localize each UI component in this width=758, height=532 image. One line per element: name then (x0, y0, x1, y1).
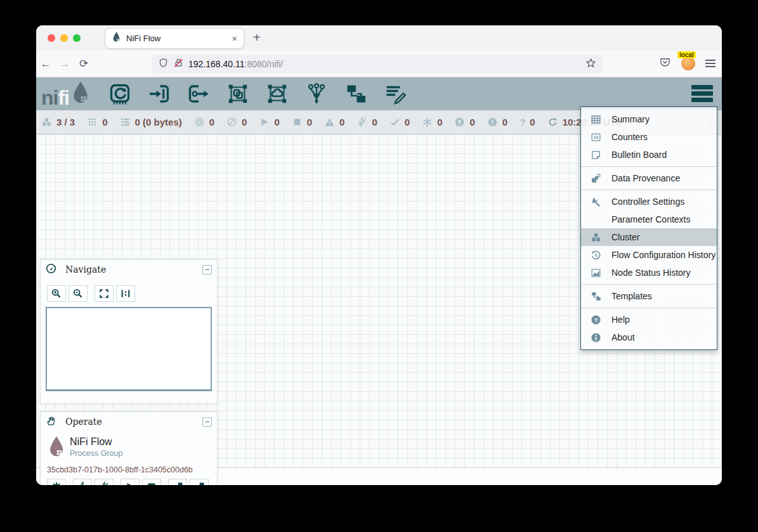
menu-item-bulletin-board[interactable]: Bulletin Board (581, 146, 717, 164)
collapse-operate-button[interactable]: − (202, 417, 212, 427)
wrench-icon (589, 197, 602, 207)
drag-funnel-icon[interactable] (305, 82, 328, 105)
drag-template-icon[interactable] (344, 82, 367, 105)
menu-separator (581, 190, 717, 190)
upload-template-button[interactable] (190, 479, 209, 485)
tab-title: NiFi Flow (126, 34, 232, 43)
minimize-window-button[interactable] (60, 34, 68, 42)
back-icon[interactable]: ← (36, 58, 55, 70)
menu-item-summary[interactable]: Summary (581, 110, 717, 128)
menu-item-node-status-history[interactable]: Node Status History (581, 264, 717, 282)
navigate-palette: Navigate − (40, 259, 218, 404)
nifi-global-menu-button[interactable] (691, 85, 713, 102)
nifi-drop-icon (70, 81, 91, 108)
status-stopped: 0 (292, 117, 312, 127)
counters-icon: 23 (589, 132, 602, 143)
browser-menu-icon[interactable] (705, 60, 716, 67)
birdseye-minimap[interactable] (46, 307, 212, 391)
menu-separator (581, 308, 717, 308)
menu-item-data-provenance[interactable]: Data Provenance (581, 169, 717, 187)
profile-avatar[interactable]: local (681, 56, 695, 70)
start-button[interactable] (121, 479, 140, 485)
profile-label-badge: local (677, 51, 696, 58)
nifi-logo: nifi (41, 81, 91, 108)
svg-text:23: 23 (593, 135, 598, 139)
tab-close-icon[interactable]: × (232, 34, 237, 44)
process-group-id: 35cbd3b7-017b-1000-8bff-1c3405c00d6b (47, 465, 211, 474)
bulletin-board-icon (589, 150, 602, 160)
url-bar[interactable]: 192.168.40.11:8080/nifi/ (152, 55, 603, 74)
operate-palette: Operate − NiFi Flow Process Group 35cbd3… (40, 412, 218, 485)
template-icon (589, 291, 602, 302)
zoom-actual-size-button[interactable] (116, 285, 135, 302)
menu-item-about[interactable]: About (581, 328, 717, 346)
status-active-threads: 0 (87, 117, 107, 127)
nifi-favicon-icon (112, 32, 121, 45)
new-tab-button[interactable]: + (253, 30, 261, 45)
zoom-out-button[interactable] (69, 285, 88, 302)
menu-separator (581, 166, 717, 167)
collapse-navigate-button[interactable]: − (202, 265, 212, 275)
question-icon: ? (519, 117, 525, 127)
status-queued: 0 (0 bytes) (120, 117, 182, 127)
shield-icon[interactable] (159, 58, 168, 70)
menu-item-controller-settings[interactable]: Controller Settings (581, 193, 717, 211)
process-group-drop-icon (47, 450, 66, 460)
stop-button[interactable] (142, 479, 161, 485)
status-not-transmitting: 0 (226, 117, 247, 127)
zoom-window-button[interactable] (73, 34, 81, 42)
selected-flow-name: NiFi Flow (70, 436, 112, 448)
drag-remote-process-group-icon[interactable] (266, 82, 289, 105)
insecure-lock-icon[interactable] (174, 58, 183, 70)
url-text[interactable]: 192.168.40.11:8080/nifi/ (188, 59, 585, 69)
drag-process-group-icon[interactable] (226, 82, 249, 105)
bookmark-star-icon[interactable] (585, 58, 596, 71)
zoom-fit-button[interactable] (95, 285, 114, 302)
zoom-in-button[interactable] (47, 285, 66, 302)
nifi-header: nifi (36, 77, 722, 110)
menu-separator (581, 284, 717, 285)
svg-text:?: ? (594, 317, 598, 323)
summary-table-icon (589, 114, 602, 125)
drag-processor-icon[interactable] (108, 82, 131, 105)
status-stale: 0 (454, 117, 474, 127)
enable-button[interactable] (73, 479, 92, 485)
info-icon (589, 332, 602, 343)
status-sync-failure: ?0 (519, 117, 535, 127)
hand-icon (46, 415, 56, 429)
browser-navbar: ← → ⟳ 192.168.40.11:8080/nifi/ local (36, 51, 722, 77)
status-running: 0 (259, 117, 279, 127)
configure-button[interactable] (47, 479, 66, 485)
menu-item-counters[interactable]: 23Counters (581, 128, 717, 146)
chart-icon (589, 268, 602, 278)
global-menu: Summary 23Counters Bulletin Board Data P… (580, 107, 717, 350)
menu-item-cluster[interactable]: Cluster (581, 228, 717, 246)
status-invalid: 0 (324, 117, 344, 127)
status-clustered-nodes: 3 / 3 (41, 117, 75, 127)
menu-item-help[interactable]: ?Help (581, 311, 717, 328)
menu-item-templates[interactable]: Templates (581, 287, 717, 305)
status-up-to-date: 0 (389, 117, 410, 127)
drag-label-icon[interactable] (384, 82, 407, 105)
close-window-button[interactable] (48, 34, 55, 42)
create-template-button[interactable] (168, 479, 187, 485)
status-locally-modified-and-stale: 0 (487, 117, 507, 127)
selected-flow-type: Process Group (70, 449, 122, 458)
operate-title: Operate (65, 417, 202, 427)
pocket-icon[interactable] (659, 56, 671, 70)
status-transmitting: 0 (194, 117, 214, 127)
cluster-cubes-icon (589, 232, 602, 243)
reload-icon[interactable]: ⟳ (74, 57, 93, 70)
forward-icon[interactable]: → (55, 58, 74, 70)
drag-output-port-icon[interactable] (187, 82, 210, 105)
disable-button[interactable] (95, 479, 114, 485)
menu-item-flow-configuration-history[interactable]: Flow Configuration History (581, 246, 717, 264)
history-icon (589, 250, 602, 261)
tab-strip: NiFi Flow × + (36, 25, 722, 51)
status-disabled: 0 (356, 117, 377, 127)
window-controls[interactable] (48, 34, 81, 42)
browser-tab[interactable]: NiFi Flow × (105, 28, 244, 49)
menu-item-parameter-contexts[interactable]: Parameter Contexts (581, 211, 717, 228)
drag-input-port-icon[interactable] (148, 82, 171, 105)
navigate-title: Navigate (65, 264, 202, 275)
